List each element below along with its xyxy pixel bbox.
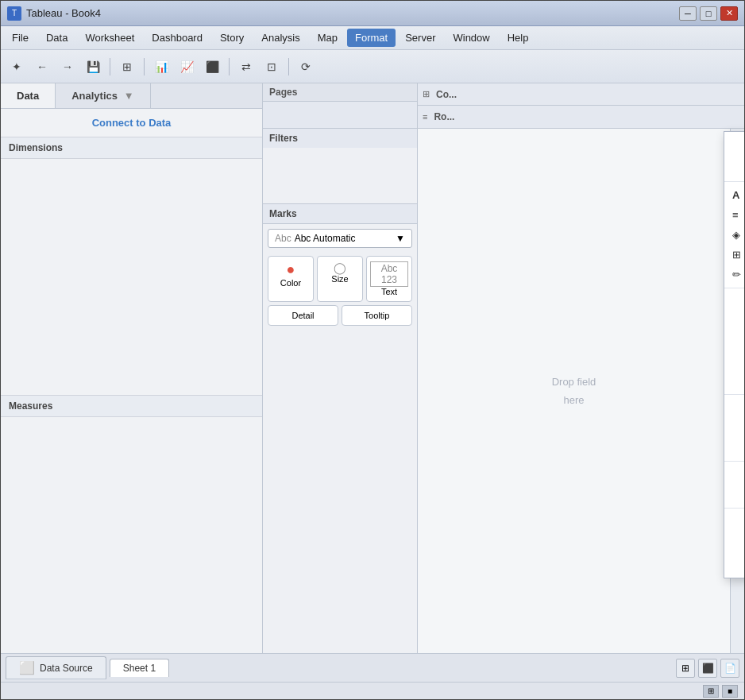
color-label: Color	[272, 278, 310, 288]
menu-story[interactable]: Story	[212, 29, 252, 47]
status-icon-1[interactable]: ⊞	[703, 685, 719, 698]
menu-help[interactable]: Help	[500, 29, 537, 47]
format-clear-formatting[interactable]: Clear Formatting	[724, 551, 744, 571]
format-annotations[interactable]: Annotations...	[724, 331, 744, 351]
new-story-icon[interactable]: 📄	[720, 659, 739, 678]
toolbar-chart3[interactable]: ⬛	[201, 56, 223, 78]
borders-icon: ⊞	[732, 249, 741, 261]
toolbar-new[interactable]: ✦	[6, 56, 28, 78]
filters-drop[interactable]	[263, 148, 417, 203]
menu-map[interactable]: Map	[310, 29, 345, 47]
menu-worksheet[interactable]: Worksheet	[77, 29, 142, 47]
measures-header: Measures	[1, 395, 262, 417]
toolbar-refresh[interactable]: ⟳	[295, 56, 317, 78]
menu-dashboard[interactable]: Dashboard	[144, 29, 210, 47]
datasource-label: Data Source	[40, 663, 93, 674]
pages-label: Pages	[263, 83, 417, 102]
font-icon: A	[732, 189, 739, 201]
format-drop-lines[interactable]: Drop Lines...	[724, 311, 744, 331]
minimize-button[interactable]: ─	[679, 6, 697, 21]
columns-label: Co...	[436, 89, 457, 100]
data-tab-label: Data	[17, 90, 39, 102]
window-controls: ─ □ ✕	[679, 6, 738, 21]
format-paste-formatting[interactable]: Paste Formatting	[724, 532, 744, 551]
marks-label: Marks	[263, 204, 417, 224]
format-field-labels[interactable]: Field Labels...	[724, 371, 744, 391]
marks-row2: Detail Tooltip	[263, 305, 417, 331]
shading-icon: ◈	[732, 229, 740, 241]
bottom-right-icons: ⊞ ⬛ 📄	[676, 659, 739, 678]
format-parameters[interactable]: Parameters...	[724, 438, 744, 458]
format-shading[interactable]: ◈ Shading...	[724, 225, 744, 245]
format-filters[interactable]: Filters...	[724, 418, 744, 438]
sheet1-tab[interactable]: Sheet 1	[110, 659, 169, 677]
marks-type-dropdown[interactable]: Abc Abc Automatic ▼	[268, 229, 412, 248]
menu-data[interactable]: Data	[38, 29, 75, 47]
text-label: Text	[370, 287, 408, 296]
menu-bar: File Data Worksheet Dashboard Story Anal…	[1, 26, 744, 50]
drop-text: Drop field here	[552, 373, 596, 410]
close-button[interactable]: ✕	[720, 6, 738, 21]
menu-server[interactable]: Server	[397, 29, 443, 47]
sep1	[110, 58, 110, 75]
marks-type-label: Abc Automatic	[295, 233, 356, 244]
format-borders[interactable]: ⊞ Borders...	[724, 245, 744, 265]
status-icon-2[interactable]: ■	[722, 685, 738, 698]
color-button[interactable]: ● Color	[268, 256, 314, 302]
marks-dropdown-arrow: ▼	[396, 233, 405, 244]
toolbar-newds[interactable]: ⊞	[116, 56, 138, 78]
format-title-caption[interactable]: Title & Caption...	[724, 351, 744, 371]
size-label: Size	[321, 274, 359, 284]
datasource-tab[interactable]: ⬜ Data Source	[6, 656, 106, 679]
format-copy-formatting[interactable]: Copy Formatting	[724, 512, 744, 532]
format-group-3: Reference Lines... Drop Lines... Annotat…	[724, 288, 744, 395]
format-reference-lines[interactable]: Reference Lines...	[724, 292, 744, 311]
text-button[interactable]: Abc123 Text	[366, 256, 412, 302]
new-dashboard-icon[interactable]: ⬛	[698, 659, 717, 678]
shelves-row: Pages ⊞ Co... ≡ Ro...	[263, 83, 744, 129]
format-lines[interactable]: ✏ Lines...	[724, 265, 744, 284]
status-bar: ⊞ ■	[1, 682, 744, 699]
menu-analysis[interactable]: Analysis	[253, 29, 307, 47]
toolbar-forward[interactable]: →	[56, 56, 79, 78]
columns-icon: ⊞	[423, 89, 430, 99]
toolbar-chart2[interactable]: 📈	[176, 56, 198, 78]
size-icon: ◯	[321, 261, 359, 274]
format-story[interactable]: Story...	[724, 158, 744, 178]
window-title: Tableau - Book4	[26, 7, 101, 19]
new-sheet-icon[interactable]: ⊞	[676, 659, 695, 678]
main-window: T Tableau - Book4 ─ □ ✕ File Data Worksh…	[0, 0, 745, 700]
format-group-6: Copy Formatting Paste Formatting Clear F…	[724, 509, 744, 574]
lower-area: Filters Marks Abc Abc Automatic ▼	[263, 129, 744, 653]
format-alignment[interactable]: ≡ Alignment...	[724, 205, 744, 225]
toolbar-swap[interactable]: ⇄	[235, 56, 257, 78]
sep2	[144, 58, 145, 75]
app-icon: T	[7, 6, 21, 21]
format-workbook-theme[interactable]: Workbook Theme	[724, 485, 744, 505]
title-bar: T Tableau - Book4 ─ □ ✕	[1, 1, 744, 26]
connect-to-data-button[interactable]: Connect to Data	[92, 117, 172, 129]
tooltip-button[interactable]: Tooltip	[342, 305, 412, 326]
measures-content	[1, 417, 262, 653]
menu-format[interactable]: Format	[347, 29, 396, 47]
toolbar-fit[interactable]: ⊡	[261, 56, 283, 78]
sheet1-label: Sheet 1	[123, 663, 156, 674]
tab-analytics[interactable]: Analytics ▼	[56, 83, 150, 108]
format-legends[interactable]: Legends...	[724, 398, 744, 418]
rows-icon: ≡	[423, 112, 427, 122]
format-dashboard[interactable]: Dashboard...	[724, 138, 744, 158]
format-font[interactable]: A Font...	[724, 185, 744, 205]
menu-file[interactable]: File	[4, 29, 37, 47]
size-button[interactable]: ◯ Size	[317, 256, 363, 302]
maximize-button[interactable]: □	[700, 6, 717, 21]
tab-data[interactable]: Data	[1, 83, 56, 108]
lines-icon: ✏	[732, 269, 741, 280]
toolbar-chart1[interactable]: 📊	[150, 56, 172, 78]
toolbar-back[interactable]: ←	[31, 56, 53, 78]
format-cell-size[interactable]: Cell Size	[724, 465, 744, 485]
pages-drop[interactable]	[263, 102, 417, 126]
panel-tabs: Data Analytics ▼	[1, 83, 262, 109]
toolbar-save[interactable]: 💾	[82, 56, 104, 78]
menu-window[interactable]: Window	[445, 29, 497, 47]
detail-button[interactable]: Detail	[268, 305, 338, 326]
